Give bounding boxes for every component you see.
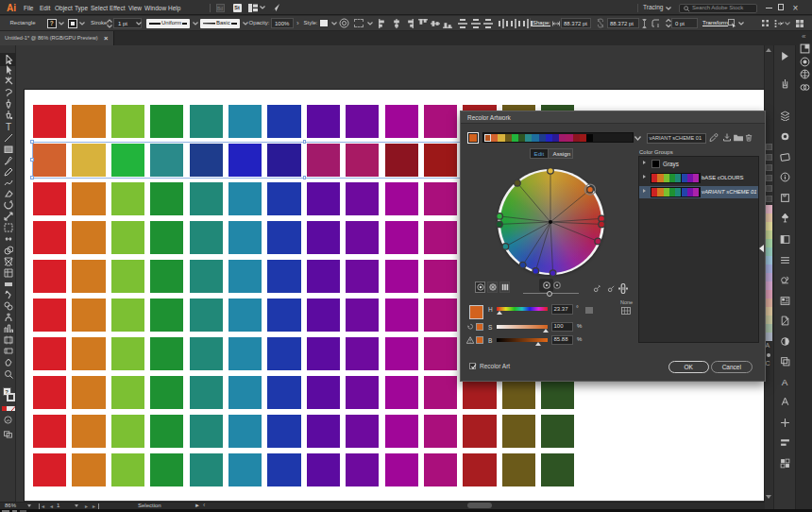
svg-text:A: A xyxy=(781,377,787,387)
svg-text:T: T xyxy=(6,122,11,131)
